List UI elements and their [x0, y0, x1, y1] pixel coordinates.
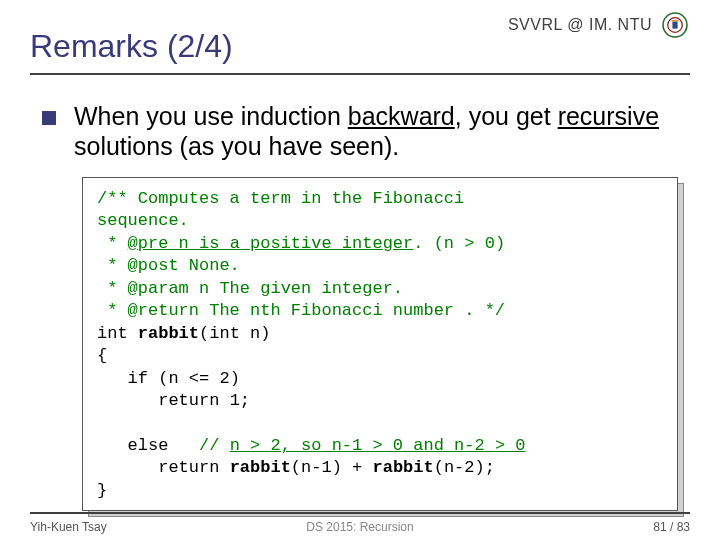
- code-text: if (n <= 2): [97, 369, 240, 388]
- code-fnname: rabbit: [138, 324, 199, 343]
- square-bullet-icon: [42, 111, 56, 125]
- footer-line: [30, 512, 690, 514]
- svg-rect-3: [671, 20, 678, 22]
- code-comment: /** Computes a term in the Fibonacci: [97, 189, 464, 208]
- code-comment-underlined: @pre n is a positive integer: [128, 234, 414, 253]
- code-box: /** Computes a term in the Fibonacci seq…: [82, 177, 678, 511]
- footer-title: DS 2015: Recursion: [306, 520, 413, 534]
- code-comment: *: [97, 234, 128, 253]
- bullet-text: When you use induction backward, you get…: [74, 101, 686, 161]
- code-text: int: [97, 324, 138, 343]
- text-segment: , you get: [455, 102, 558, 130]
- title-underline: [30, 73, 690, 75]
- code-fnname: rabbit: [230, 458, 291, 477]
- code-text: (n-1) +: [291, 458, 373, 477]
- text-segment: solutions (as you have seen).: [74, 132, 399, 160]
- text-segment: When you use induction: [74, 102, 348, 130]
- code-comment: * @param n The given integer.: [97, 279, 403, 298]
- code-fnname: rabbit: [372, 458, 433, 477]
- code-comment: sequence.: [97, 211, 189, 230]
- code-comment: * @return The nth Fibonacci number . */: [97, 301, 505, 320]
- slide: SVVRL @ IM. NTU Remarks (2/4) When you u…: [0, 0, 720, 540]
- footer-author: Yih-Kuen Tsay: [30, 520, 107, 534]
- code-comment: * @post None.: [97, 256, 240, 275]
- code-text: else: [97, 436, 199, 455]
- svg-rect-2: [672, 21, 677, 28]
- code-comment: . (n > 0): [413, 234, 505, 253]
- code-comment: //: [199, 436, 230, 455]
- content-area: When you use induction backward, you get…: [30, 83, 690, 511]
- text-underlined: recursive: [558, 102, 659, 130]
- code-text: {: [97, 346, 107, 365]
- code-text: }: [97, 481, 107, 500]
- code-comment-underlined: n > 2, so n-1 > 0 and n-2 > 0: [230, 436, 526, 455]
- code-box-wrap: /** Computes a term in the Fibonacci seq…: [82, 177, 678, 511]
- header-label: SVVRL @ IM. NTU: [508, 16, 652, 34]
- footer-page: 81 / 83: [653, 520, 690, 534]
- code-text: (n-2);: [434, 458, 495, 477]
- header-top: SVVRL @ IM. NTU: [508, 12, 688, 38]
- text-underlined: backward: [348, 102, 455, 130]
- code-text: (int n): [199, 324, 270, 343]
- code-text: return: [97, 458, 230, 477]
- ntu-logo-icon: [662, 12, 688, 38]
- bullet-item: When you use induction backward, you get…: [42, 101, 686, 161]
- code-text: return 1;: [97, 391, 250, 410]
